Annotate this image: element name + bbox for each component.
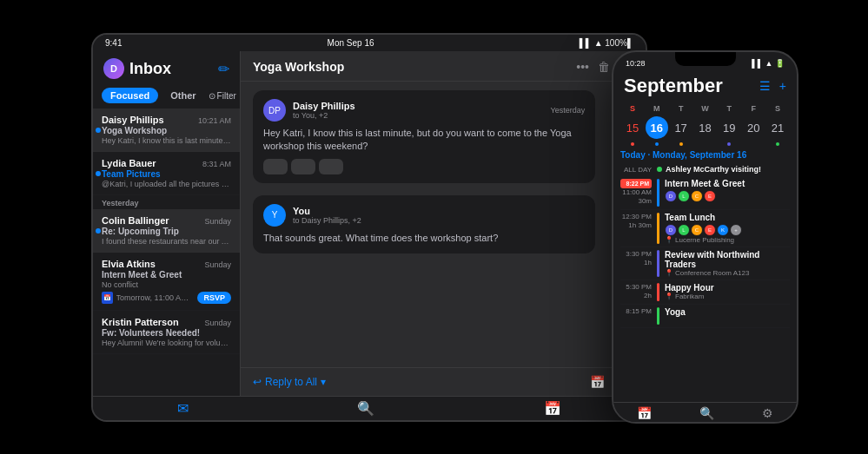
event-title: Yoga [665, 307, 790, 317]
event-content: Yoga [665, 307, 790, 317]
email-detail-pane: Yoga Workshop ••• 🗑 ⬛ DP Daisy Phillips … [241, 51, 646, 396]
message-meta: Y You to Daisy Phillips, +2 [263, 204, 585, 227]
message-date: Yesterday [550, 106, 585, 115]
message-list: DP Daisy Phillips to You, +2 Yesterday H… [241, 82, 646, 367]
events-list: ALL DAY Ashley McCarthy visiting! 8:22 P… [613, 162, 797, 402]
cal-date-20[interactable]: 20 [742, 116, 765, 139]
filter-button[interactable]: ⊙ Filter [209, 91, 236, 101]
list-view-icon[interactable]: ☰ [759, 79, 771, 93]
add-event-icon[interactable]: + [779, 79, 786, 93]
phone-settings-tab[interactable]: ⚙ [762, 406, 773, 420]
event-color-line [657, 283, 659, 301]
all-day-event-row: ALL DAY Ashley McCarthy visiting! [620, 162, 790, 176]
event-item[interactable]: 12:30 PM1h 30m Team Lunch D L C E K + 📍L… [620, 210, 790, 247]
unread-indicator [96, 171, 101, 176]
email-subject: Re: Upcoming Trip [102, 227, 231, 236]
dow-tue: T [669, 102, 693, 115]
phone-calendar-tab[interactable]: 📅 [637, 406, 652, 420]
event-time: 8:22 PM 11:00 AM30m [620, 179, 652, 207]
event-item[interactable]: 5:30 PM2h Happy Hour 📍Fabrikam [620, 280, 790, 305]
dow-sun: S [620, 102, 645, 115]
event-dot [727, 142, 731, 146]
cal-date-16[interactable]: 16 [646, 116, 668, 139]
event-avatars: D L C E K + [665, 224, 790, 236]
event-title: Team Lunch [665, 213, 790, 222]
message-attachments [263, 159, 585, 174]
rsvp-button[interactable]: RSVP [197, 292, 231, 304]
email-sender: Kristin Patterson [102, 317, 179, 327]
email-subject: Fw: Volunteers Needed! [102, 328, 231, 338]
email-item[interactable]: Lydia Bauer 8:31 AM Team Pictures @Katri… [93, 152, 240, 195]
event-location: 📍Conference Room A123 [665, 269, 790, 277]
more-options-icon[interactable]: ••• [576, 60, 589, 74]
event-time: 5:30 PM2h [620, 283, 652, 301]
phone-body: September ☰ + S M T W T F S 15 16 17 1 [613, 71, 797, 402]
event-item[interactable]: 8:15 PM Yoga [620, 305, 790, 328]
attendee-avatar: E [704, 224, 716, 236]
message-sender-info: Daisy Phillips to You, +2 [293, 101, 543, 120]
filter-label: Filter [217, 91, 236, 101]
event-title: Ashley McCarthy visiting! [666, 165, 761, 174]
event-time: 12:30 PM1h 30m [620, 213, 652, 231]
event-location: 📍Fabrikam [665, 293, 790, 300]
phone-device: 10:28 ▌▌ ▲ 🔋 September ☰ + S M T W T F S [612, 50, 798, 424]
event-time: 3:30 PM1h [620, 250, 652, 268]
reply-all-button[interactable]: ↩ Reply to All ▾ [253, 376, 326, 388]
phone-status-icons: ▌▌ ▲ 🔋 [752, 59, 785, 68]
tablet-device: 9:41 Mon Sep 16 ▌▌ ▲ 100%▌ D Inbox ✏ Foc… [91, 33, 647, 422]
cal-date-15[interactable]: 15 [621, 116, 644, 139]
more-attendees: + [730, 224, 742, 236]
focused-tab[interactable]: Focused [102, 88, 158, 103]
mail-tab[interactable]: ✉ [177, 400, 189, 417]
event-content: Intern Meet & Greet D L C E [665, 179, 790, 202]
current-time-indicator: 8:22 PM [620, 179, 652, 188]
attachment-item[interactable] [263, 159, 288, 174]
event-item[interactable]: 3:30 PM1h Review with Northwind Traders … [620, 247, 790, 280]
filter-row: Focused Other ⊙ Filter [93, 84, 240, 109]
all-day-event[interactable]: Ashley McCarthy visiting! [657, 165, 761, 174]
event-title: Happy Hour [665, 283, 790, 293]
tablet-time: 9:41 [105, 38, 122, 48]
message-body: That sounds great. What time does the wo… [263, 232, 585, 245]
tablet-body: D Inbox ✏ Focused Other ⊙ Filter Dais [93, 51, 646, 396]
attachment-item[interactable] [291, 159, 315, 174]
email-sender: Daisy Phillips [102, 115, 164, 125]
event-content: Review with Northwind Traders 📍Conferenc… [665, 250, 790, 277]
event-dots-row [620, 142, 790, 146]
calendar-tab[interactable]: 📅 [544, 400, 561, 417]
phone-search-tab[interactable]: 🔍 [699, 406, 714, 420]
email-preview: Hey Alumni! We're looking for volunteers… [102, 339, 231, 347]
cal-date-19[interactable]: 19 [718, 116, 740, 139]
tablet-status-bar: 9:41 Mon Sep 16 ▌▌ ▲ 100%▌ [93, 35, 646, 51]
attachment-item[interactable] [319, 159, 343, 174]
event-time: 8:15 PM [620, 307, 652, 316]
message-avatar: DP [263, 99, 286, 122]
email-time: Sunday [204, 260, 231, 269]
event-content: Team Lunch D L C E K + 📍Lucerne Publishi… [665, 213, 790, 244]
event-title: Intern Meet & Greet [665, 179, 790, 188]
section-label: Yesterday [93, 195, 240, 209]
compose-button[interactable]: ✏ [218, 61, 229, 77]
email-item[interactable]: Daisy Phillips 10:21 AM Yoga Workshop He… [93, 109, 240, 152]
unread-indicator [96, 228, 101, 234]
cal-date-18[interactable]: 18 [693, 116, 716, 139]
cal-date-21[interactable]: 21 [766, 116, 789, 139]
tablet-status-icons: ▌▌ ▲ 100%▌ [580, 38, 633, 48]
email-item[interactable]: Kristin Patterson Sunday Fw: Volunteers … [93, 311, 240, 354]
cal-date-17[interactable]: 17 [670, 116, 692, 139]
email-item[interactable]: Elvia Atkins Sunday Intern Meet & Greet … [93, 253, 240, 311]
email-item[interactable]: Colin Ballinger Sunday Re: Upcoming Trip… [93, 209, 240, 253]
phone-time: 10:28 [626, 59, 646, 68]
attendee-avatar: D [665, 190, 677, 202]
other-tab[interactable]: Other [162, 88, 204, 103]
search-tab[interactable]: 🔍 [357, 400, 374, 417]
calendar-grid: S M T W T F S 15 16 17 18 19 20 21 [613, 102, 797, 148]
attendee-avatar: D [665, 224, 677, 236]
attendee-avatar: C [691, 190, 703, 202]
event-location: 📍Lucerne Publishing [665, 236, 790, 244]
delete-icon[interactable]: 🗑 [598, 60, 610, 74]
event-dot [631, 142, 634, 146]
email-sender: Lydia Bauer [102, 158, 156, 168]
message-sender-info: You to Daisy Phillips, +2 [293, 206, 585, 225]
event-item[interactable]: 8:22 PM 11:00 AM30m Intern Meet & Greet … [620, 176, 790, 210]
